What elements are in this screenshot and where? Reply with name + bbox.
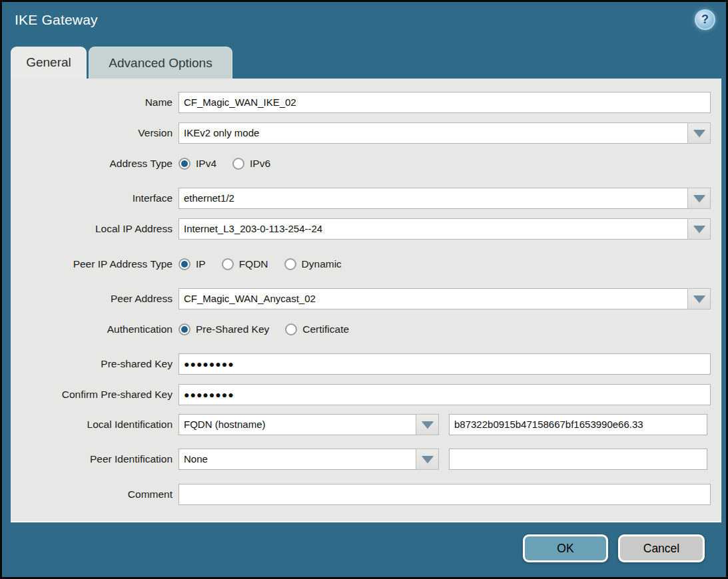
local-ip-row: Local IP Address Internet_L3_203-0-113-2… [11,218,721,240]
chevron-down-icon [693,295,705,303]
local-identification-dropdown-button[interactable] [416,414,439,435]
peer-identification-dropdown-button[interactable] [416,449,439,470]
name-input[interactable]: CF_Magic_WAN_IKE_02 [179,92,711,113]
interface-value: ethernet1/2 [179,188,687,209]
general-tab-panel: Name CF_Magic_WAN_IKE_02 Version IKEv2 o… [11,79,721,522]
ok-button[interactable]: OK [523,534,608,562]
name-row: Name CF_Magic_WAN_IKE_02 [11,92,721,113]
confirm-pre-shared-key-input[interactable]: ●●●●●●●● [179,384,711,405]
local-ip-value: Internet_L3_203-0-113-254--24 [179,218,687,240]
tab-general[interactable]: General [11,47,87,79]
radio-option-dynamic[interactable]: Dynamic [284,258,342,270]
peer-address-value: CF_Magic_WAN_Anycast_02 [179,288,687,309]
chevron-down-icon [693,195,705,202]
radio-option-ipv4[interactable]: IPv4 [179,158,216,170]
radio-option-ip[interactable]: IP [179,258,206,270]
radio-button-icon [179,323,190,335]
pre-shared-key-row: Pre-shared Key ●●●●●●●● [11,353,721,375]
interface-select[interactable]: ethernet1/2 [179,188,711,209]
radio-button-icon [179,158,190,170]
local-ip-label: Local IP Address [11,223,173,235]
chevron-down-icon [693,130,705,137]
comment-row: Comment [11,484,721,505]
dialog-title: IKE Gateway [15,12,98,28]
peer-ip-type-row: Peer IP Address Type IP FQDN Dynamic [11,256,721,273]
interface-label: Interface [11,192,173,204]
interface-dropdown-button[interactable] [687,188,711,209]
dialog-titlebar: IKE Gateway ? [2,2,726,43]
address-type-label: Address Type [11,158,173,170]
version-select[interactable]: IKEv2 only mode [179,122,711,144]
radio-button-icon [222,258,234,270]
local-ip-dropdown-button[interactable] [687,218,711,240]
comment-input[interactable] [179,484,711,505]
interface-row: Interface ethernet1/2 [11,188,721,209]
pre-shared-key-label: Pre-shared Key [11,358,173,370]
local-identification-type-select[interactable]: FQDN (hostname) [179,414,439,435]
radio-option-fqdn[interactable]: FQDN [222,258,268,270]
chevron-down-icon [422,421,434,429]
peer-identification-label: Peer Identification [11,453,173,465]
chevron-down-icon [693,226,705,233]
local-ip-select[interactable]: Internet_L3_203-0-113-254--24 [179,218,711,240]
peer-identification-type-value: None [179,449,416,470]
local-identification-label: Local Identification [11,419,173,431]
name-label: Name [11,96,173,108]
peer-identification-value-input[interactable] [449,449,707,470]
peer-identification-type-select[interactable]: None [179,449,439,470]
pre-shared-key-input[interactable]: ●●●●●●●● [179,353,711,375]
address-type-row: Address Type IPv4 IPv6 [11,155,721,172]
help-icon[interactable]: ? [695,9,715,30]
radio-option-certificate[interactable]: Certificate [285,323,349,335]
authentication-label: Authentication [11,323,173,335]
radio-option-pre-shared-key[interactable]: Pre-Shared Key [179,323,269,335]
version-value: IKEv2 only mode [179,122,687,144]
version-dropdown-button[interactable] [687,122,711,144]
peer-address-dropdown-button[interactable] [687,288,711,309]
version-row: Version IKEv2 only mode [11,122,721,144]
chevron-down-icon [422,456,434,463]
local-identification-row: Local Identification FQDN (hostname) b87… [11,414,721,435]
radio-button-icon [232,158,244,170]
ike-gateway-dialog: IKE Gateway ? General Advanced Options N… [0,0,728,579]
peer-ip-type-label: Peer IP Address Type [11,258,173,270]
comment-label: Comment [11,488,173,500]
peer-identification-row: Peer Identification None [11,449,721,470]
cancel-button[interactable]: Cancel [618,534,705,562]
radio-button-icon [284,258,296,270]
local-identification-type-value: FQDN (hostname) [179,414,416,435]
peer-address-label: Peer Address [11,293,173,305]
radio-button-icon [179,258,190,270]
peer-address-select[interactable]: CF_Magic_WAN_Anycast_02 [179,288,711,309]
authentication-row: Authentication Pre-Shared Key Certificat… [11,321,721,338]
confirm-pre-shared-key-label: Confirm Pre-shared Key [11,389,173,401]
local-identification-value-input[interactable]: b87322b0915b47158667bf1653990e66.33 [449,414,707,435]
radio-option-ipv6[interactable]: IPv6 [232,158,270,170]
radio-button-icon [285,323,297,335]
peer-address-row: Peer Address CF_Magic_WAN_Anycast_02 [11,288,721,309]
confirm-pre-shared-key-row: Confirm Pre-shared Key ●●●●●●●● [11,384,721,405]
version-label: Version [11,127,173,139]
tab-advanced-options[interactable]: Advanced Options [89,47,232,79]
